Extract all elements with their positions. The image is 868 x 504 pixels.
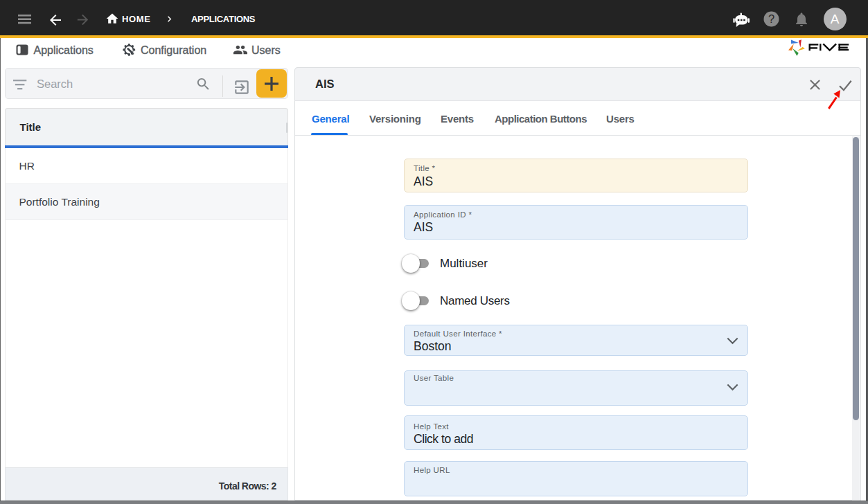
svg-text:?: ?: [768, 12, 774, 25]
